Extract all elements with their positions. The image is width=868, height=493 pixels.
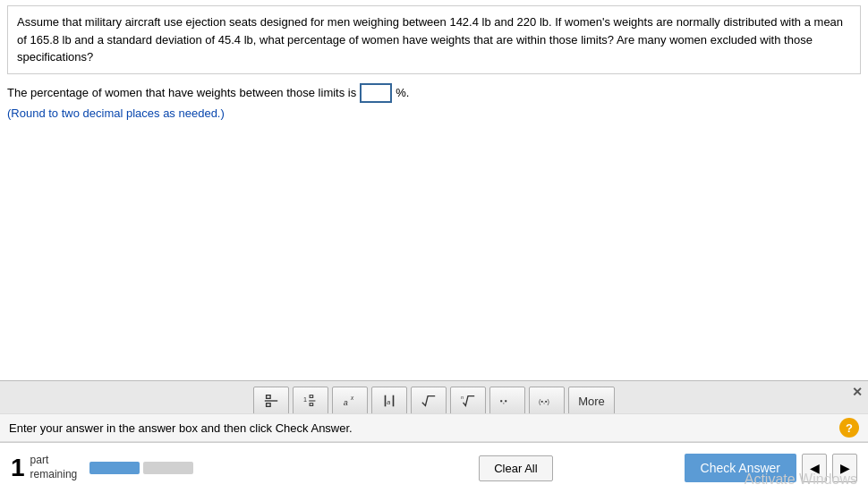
progress-empty bbox=[143, 462, 193, 474]
part-label: part bbox=[30, 454, 78, 468]
absolute-value-button[interactable]: a bbox=[371, 387, 407, 415]
answer-suffix: %. bbox=[396, 86, 409, 99]
part-labels: part remaining bbox=[30, 454, 78, 481]
nth-root-button[interactable]: n bbox=[450, 387, 486, 415]
svg-rect-0 bbox=[267, 395, 271, 399]
clear-all-button[interactable]: Clear All bbox=[479, 455, 552, 481]
remaining-label: remaining bbox=[30, 468, 78, 482]
svg-text:n: n bbox=[461, 395, 464, 400]
fraction-button[interactable] bbox=[253, 387, 289, 415]
progress-filled bbox=[89, 462, 140, 474]
answer-prefix: The percentage of women that have weight… bbox=[7, 86, 356, 99]
progress-bar bbox=[89, 462, 193, 474]
instruction-bar: Enter your answer in the answer box and … bbox=[0, 413, 868, 442]
question-container: Assume that military aircraft use ejecti… bbox=[7, 5, 861, 74]
answer-line: The percentage of women that have weight… bbox=[7, 83, 861, 103]
svg-text:x: x bbox=[350, 395, 354, 401]
round-note: (Round to two decimal places as needed.) bbox=[7, 106, 861, 120]
next-button[interactable]: ▶ bbox=[832, 454, 857, 482]
svg-text:1: 1 bbox=[303, 395, 307, 404]
toolbar-close-icon[interactable]: ✕ bbox=[852, 385, 863, 399]
svg-rect-2 bbox=[267, 404, 271, 407]
help-button[interactable]: ? bbox=[839, 418, 859, 438]
answer-input[interactable] bbox=[360, 83, 392, 103]
previous-button[interactable]: ◀ bbox=[802, 454, 827, 482]
bottom-bar: 1 part remaining Clear All Check Answer … bbox=[0, 442, 868, 493]
svg-text:a: a bbox=[344, 398, 348, 407]
svg-text:(▪,▪): (▪,▪) bbox=[539, 397, 549, 405]
square-root-button[interactable] bbox=[411, 387, 447, 415]
more-button[interactable]: More bbox=[568, 387, 615, 415]
part-section: 1 part remaining bbox=[11, 454, 347, 481]
right-section: Check Answer ◀ ▶ bbox=[685, 454, 857, 482]
svg-text:a: a bbox=[387, 398, 390, 406]
question-text: Assume that military aircraft use ejecti… bbox=[17, 13, 851, 66]
svg-rect-4 bbox=[310, 395, 313, 398]
svg-text:▪,▪: ▪,▪ bbox=[500, 397, 507, 405]
superscript-button[interactable]: a x bbox=[332, 387, 368, 415]
interval-button[interactable]: (▪,▪) bbox=[529, 387, 565, 415]
center-section: Clear All bbox=[347, 455, 684, 481]
instruction-text: Enter your answer in the answer box and … bbox=[9, 421, 353, 435]
mixed-number-button[interactable]: 1 bbox=[293, 387, 328, 415]
decimal-button[interactable]: ▪,▪ bbox=[489, 387, 525, 415]
answer-area: The percentage of women that have weight… bbox=[0, 74, 868, 125]
part-number: 1 bbox=[11, 455, 25, 480]
svg-rect-6 bbox=[310, 404, 313, 406]
check-answer-button[interactable]: Check Answer bbox=[685, 454, 796, 482]
